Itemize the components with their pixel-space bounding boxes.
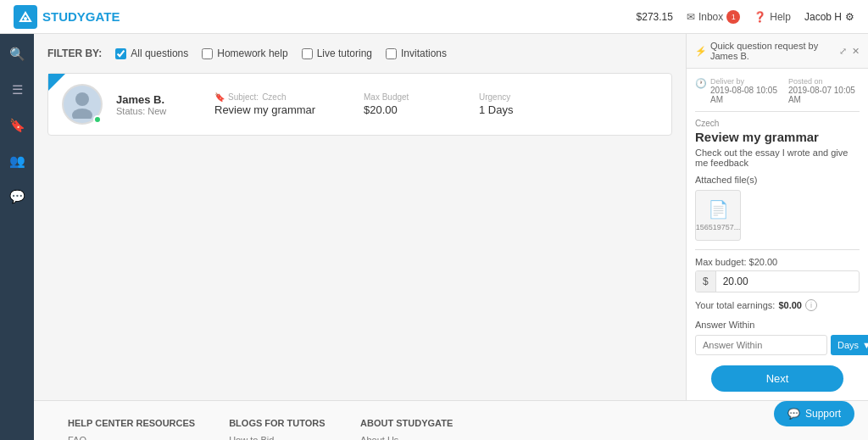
svg-point-2 [72,109,92,119]
urgency-value: 1 Days [479,103,564,116]
rp-budget-input-row: $ 20.00 [695,270,860,292]
logo[interactable]: STUDYGATE [14,5,120,29]
filter-all-checkbox[interactable] [115,48,126,59]
filter-live-tutoring[interactable]: Live tutoring [302,47,372,59]
svg-point-0 [24,17,27,20]
support-button[interactable]: 💬 Support [774,401,854,426]
rp-title: Review my grammar [695,130,860,144]
footer-col-blogs: BLOGS FOR TUTORS How to Bid Optimize Pro… [229,418,326,440]
rp-subject: Czech [695,119,860,128]
filter-label: FILTER BY: [47,47,102,59]
next-button[interactable]: Next [711,365,843,392]
lightning-icon: ⚡ [695,46,707,57]
rp-attached-label: Attached file(s) [695,175,860,185]
filter-all-questions[interactable]: All questions [115,47,188,59]
dropdown-arrow-icon: ▼ [862,340,868,350]
urgency-label: Urgency [479,92,564,102]
filter-invitations[interactable]: Invitations [386,47,447,59]
rp-meta: 🕐 Deliver by 2019-08-08 10:05 AM Posted … [695,77,860,104]
question-subject: 🔖 Subject: Czech Review my grammar [214,92,350,116]
chevron-down-icon: ⚙ [845,11,854,23]
rp-answer-within-label: Answer Within [695,320,860,330]
user-info: James B. Status: New [116,93,201,116]
footer-link-faq[interactable]: FAQ [68,435,195,440]
user-menu[interactable]: Jacob H ⚙ [804,11,854,23]
filter-bar: FILTER BY: All questions Homework help L… [47,47,672,59]
rp-file: 📄 156519757... [695,190,741,241]
sidebar-bookmark-icon[interactable]: 🔖 [7,115,27,136]
rp-expand-icon[interactable]: ⤢ [839,46,847,57]
svg-point-1 [75,92,89,106]
rp-answer-within-row: Days ▼ [695,335,860,355]
footer: HELP CENTER RESOURCES FAQ Knowledge Base… [34,400,868,440]
filter-invitations-checkbox[interactable] [386,48,397,59]
layout: 🔍 ☰ 🔖 👥 💬 › FILTER BY: All questions [0,34,868,440]
right-panel-header: ⚡ Quick question request by James B. ⤢ ✕ [687,34,868,69]
budget-value: $20.00 [364,103,465,116]
rp-deliver-by: 🕐 Deliver by 2019-08-08 10:05 AM [695,77,780,104]
divider-1 [695,111,860,112]
budget-label: Max Budget [364,92,465,102]
sidebar-list-icon[interactable]: ☰ [7,80,27,100]
rp-header-icons: ⤢ ✕ [839,46,860,57]
sidebar-search-icon[interactable]: 🔍 [7,44,27,64]
sidebar: 🔍 ☰ 🔖 👥 💬 [0,34,34,440]
filter-tutoring-checkbox[interactable] [302,48,313,59]
question-budget: Max Budget $20.00 [364,92,465,116]
rp-budget-label: Max budget: $20.00 [695,257,860,267]
top-nav: STUDYGATE $273.15 ✉ Inbox 1 ❓ Help Jacob… [0,0,868,34]
right-panel: ⚡ Quick question request by James B. ⤢ ✕ [686,34,868,400]
question-urgency: Urgency 1 Days [479,92,564,116]
inbox-button[interactable]: ✉ Inbox 1 [687,10,740,24]
budget-input-value[interactable]: 20.00 [716,271,859,292]
avatar [62,84,103,125]
file-icon: 📄 [708,199,729,220]
earnings-info-icon[interactable]: i [805,299,817,311]
footer-link-about[interactable]: About Us [360,435,453,440]
rp-earnings: Your total earnings: $0.00 i [695,299,860,311]
dollar-prefix: $ [696,271,716,292]
question-card[interactable]: James B. Status: New 🔖 Subject: Czech Re… [47,73,672,136]
top-nav-right: $273.15 ✉ Inbox 1 ❓ Help Jacob H ⚙ [637,10,854,24]
subject-icon: 🔖 [214,92,225,102]
balance: $273.15 [637,11,673,23]
subject-label: 🔖 Subject: Czech [214,92,350,102]
footer-col-help: HELP CENTER RESOURCES FAQ Knowledge Base… [68,418,195,440]
rp-posted-on: Posted on 2019-08-07 10:05 AM [788,77,860,104]
user-name: James B. [116,93,201,106]
help-icon: ❓ [754,11,766,23]
help-button[interactable]: ❓ Help [754,11,791,23]
filter-homework[interactable]: Homework help [202,47,287,59]
filter-homework-checkbox[interactable] [202,48,213,59]
main-content: FILTER BY: All questions Homework help L… [34,34,686,400]
rp-header-left: ⚡ Quick question request by James B. [695,41,839,61]
logo-icon [14,5,37,29]
online-indicator [93,115,102,124]
card-corner-accent [48,74,65,91]
footer-col-about: ABOUT STUDYGATE About Us Mission and Val… [360,418,453,440]
rp-description: Check out the essay I wrote and give me … [695,148,860,168]
sidebar-chat-icon[interactable]: 💬 [7,187,27,207]
answer-within-input[interactable] [695,335,827,355]
days-select[interactable]: Days ▼ [831,335,868,355]
rp-body: 🕐 Deliver by 2019-08-08 10:05 AM Posted … [687,69,868,400]
inbox-badge: 1 [726,10,740,24]
support-icon: 💬 [787,408,800,420]
divider-2 [695,249,860,250]
user-status: Status: New [116,106,201,116]
inbox-icon: ✉ [687,11,695,23]
sidebar-people-icon[interactable]: 👥 [7,151,27,171]
rp-close-icon[interactable]: ✕ [852,46,860,57]
footer-link-bid[interactable]: How to Bid [229,435,326,440]
question-title: Review my grammar [214,103,350,116]
clock-icon: 🕐 [695,78,707,89]
